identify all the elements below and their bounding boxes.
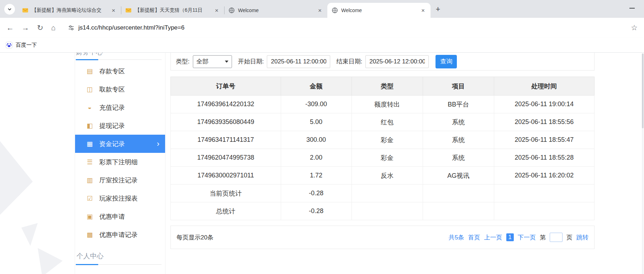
forward-icon[interactable]: → — [22, 24, 29, 31]
close-icon[interactable]: × — [213, 7, 220, 14]
sidebar-item-label: 充值记录 — [99, 103, 125, 112]
sidebar-item-label: 玩家投注报表 — [99, 194, 138, 203]
sidebar-item-player-report[interactable]: ☑ 玩家投注报表 — [75, 189, 165, 207]
tab-strip: 【新提醒】海燕策略论坛综合交 × 【新提醒】天天竞猜（6月11日 × Welco… — [0, 0, 644, 18]
tab-title: Welcome — [341, 7, 417, 13]
cell-amount: 2.00 — [281, 149, 352, 167]
filter-bar: 类型: 全部 开始日期: 结束日期: 查询 — [170, 53, 595, 71]
current-page-indicator[interactable]: 1 — [506, 233, 514, 241]
tab-mail-1[interactable]: 【新提醒】海燕策略论坛综合交 × — [18, 3, 121, 18]
sidebar-item-funds-record[interactable]: ▦ 资金记录 › — [75, 135, 165, 153]
sidebar-item-promo-apply[interactable]: ▣ 优惠申请 — [75, 207, 165, 226]
mail-icon — [22, 7, 28, 14]
tab-welcome-2-active[interactable]: Welcome × — [327, 3, 431, 18]
pagination-bar: 每页显示20条 共5条 首页 上一页 1 下一页 第 页 跳转 — [170, 226, 595, 249]
page-size-text: 每页显示20条 — [176, 233, 213, 242]
first-page-link[interactable]: 首页 — [468, 233, 480, 242]
scrollbar-thumb[interactable] — [642, 53, 644, 128]
cell-empty — [352, 185, 423, 202]
jump-label-pre: 第 — [540, 233, 546, 242]
sidebar-item-label: 存款专区 — [99, 67, 125, 76]
tab-mail-2[interactable]: 【新提醒】天天竞猜（6月11日 × — [121, 3, 224, 18]
jump-page-input[interactable] — [550, 233, 563, 242]
browser-window: 【新提醒】海燕策略论坛综合交 × 【新提醒】天天竞猜（6月11日 × Welco… — [0, 0, 644, 274]
sidebar-menu: ▤ 存款专区 ◫ 取款专区 ◒ 充值记录 ◧ 提现记录 ▦ 资金记录 — [75, 62, 165, 244]
sidebar-item-lottery-bet-detail[interactable]: ☰ 彩票下注明细 — [75, 153, 165, 171]
navigation-bar: ← → ↻ ⌂ js14.cc/hhcp/usercenter.html?ini… — [0, 18, 644, 37]
sidebar-item-hall-bet-record[interactable]: ▥ 厅室投注记录 — [75, 171, 165, 189]
sidebar-item-label: 彩票下注明细 — [99, 158, 138, 166]
cell-order-no: 1749639614220132 — [171, 95, 281, 113]
withdrawal-record-icon: ◧ — [86, 122, 94, 130]
cell-time: 2025-06-11 16:20:02 — [494, 167, 594, 185]
table-row: 1749620474995738 2.00 彩金 系统 2025-06-11 1… — [171, 149, 595, 167]
sidebar-item-promo-apply-record[interactable]: ▩ 优惠申请记录 — [75, 226, 165, 244]
sidebar-item-recharge-record[interactable]: ◒ 充值记录 — [75, 98, 165, 117]
withdraw-icon: ◫ — [86, 86, 94, 93]
site-settings-icon[interactable] — [68, 24, 75, 31]
section-title: 个人中心 — [76, 252, 104, 260]
table-row: 1749634171141317 300.00 彩金 系统 2025-06-11… — [171, 131, 595, 149]
sidebar-section-finance: 财务中心 — [76, 53, 162, 60]
cell-empty — [494, 185, 594, 202]
table-row-grand-total: 总统计 -0.28 — [171, 202, 595, 220]
sidebar-item-withdraw[interactable]: ◫ 取款专区 — [75, 80, 165, 98]
section-title: 财务中心 — [76, 53, 162, 57]
cell-type: 红包 — [352, 113, 423, 131]
close-icon[interactable]: × — [110, 7, 117, 14]
decorative-triangle — [0, 138, 33, 218]
back-icon[interactable]: ← — [6, 24, 14, 31]
next-page-link[interactable]: 下一页 — [518, 233, 536, 242]
address-bar[interactable]: js14.cc/hhcp/usercenter.html?iniType=6 — [63, 21, 631, 35]
type-select[interactable]: 全部 — [193, 55, 232, 68]
sidebar-item-label: 资金记录 — [99, 140, 125, 148]
cell-label: 总统计 — [171, 202, 281, 220]
search-button[interactable]: 查询 — [436, 55, 457, 68]
page-scrollbar[interactable] — [642, 53, 644, 274]
end-date-input[interactable] — [365, 55, 429, 68]
url-text: js14.cc/hhcp/usercenter.html?iniType=6 — [78, 24, 184, 31]
sidebar-item-label: 提现记录 — [99, 122, 125, 130]
bookmark-baidu[interactable]: 百度一下 — [6, 42, 37, 48]
jump-go-link[interactable]: 跳转 — [576, 233, 588, 242]
baidu-paw-icon — [6, 42, 12, 48]
bookmark-star-icon[interactable]: ☆ — [631, 24, 638, 32]
home-icon[interactable]: ⌂ — [51, 24, 56, 31]
section-underline — [76, 264, 98, 265]
close-icon[interactable]: × — [420, 7, 426, 14]
close-icon[interactable]: × — [317, 7, 323, 14]
cell-type: 彩金 — [352, 149, 423, 167]
cell-empty — [494, 202, 594, 220]
recharge-record-icon: ◒ — [86, 104, 94, 111]
decorative-triangle — [21, 223, 38, 246]
pagination-controls: 共5条 首页 上一页 1 下一页 第 页 跳转 — [449, 233, 588, 242]
reload-icon[interactable]: ↻ — [37, 24, 43, 31]
sidebar-item-withdrawal-record[interactable]: ◧ 提现记录 — [75, 117, 165, 135]
tab-search-button[interactable] — [4, 4, 15, 15]
tab-welcome-1[interactable]: Welcome × — [224, 3, 327, 18]
promo-apply-icon: ▣ — [86, 213, 94, 221]
start-date-label: 开始日期: — [238, 57, 264, 66]
bookmark-label: 百度一下 — [16, 42, 37, 48]
col-order-no: 订单号 — [171, 77, 281, 95]
tab-title: Welcome — [238, 7, 314, 13]
minimize-button[interactable] — [629, 8, 635, 9]
cell-label: 当前页统计 — [171, 185, 281, 202]
section-underline — [76, 59, 98, 60]
type-select-value: 全部 — [196, 57, 208, 66]
chevron-down-icon — [7, 7, 12, 12]
funds-record-table: 订单号 金额 类型 项目 处理时间 1749639614220132 -309.… — [170, 77, 595, 220]
chevron-right-icon: › — [157, 140, 159, 148]
start-date-input[interactable] — [267, 55, 330, 68]
sidebar-item-label: 厅室投注记录 — [99, 176, 138, 185]
table-row: 1749639356080449 5.00 红包 系统 2025-06-11 1… — [171, 113, 595, 131]
table-row: 1749639614220132 -309.00 额度转出 BB平台 2025-… — [171, 95, 595, 113]
cell-order-no: 1749639356080449 — [171, 113, 281, 131]
table-header-row: 订单号 金额 类型 项目 处理时间 — [171, 77, 595, 95]
total-count-text: 共5条 — [449, 233, 464, 242]
sidebar-item-deposit[interactable]: ▤ 存款专区 — [75, 62, 165, 80]
cell-type: 反水 — [352, 167, 423, 185]
new-tab-button[interactable]: + — [433, 4, 443, 15]
cell-type: 额度转出 — [352, 95, 423, 113]
prev-page-link[interactable]: 上一页 — [484, 233, 502, 242]
